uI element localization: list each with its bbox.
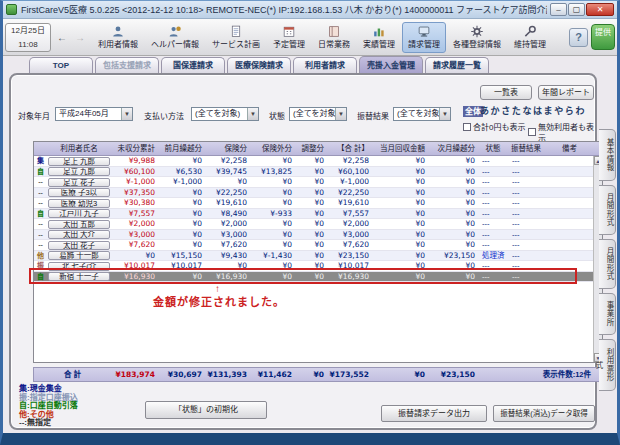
next-cell: ¥0 <box>428 156 478 166</box>
next-cell: ¥0 <box>428 198 478 208</box>
user-name-button[interactable]: 太田 大介 <box>48 230 110 239</box>
show-invalid-checkbox[interactable]: 無効利用者も表示 <box>528 121 595 143</box>
tab-利用者請求[interactable]: 利用者請求 <box>293 57 357 73</box>
table-row[interactable]: --太田 大介¥3,000¥0¥3,000¥0¥0¥3,000¥0¥0-----… <box>34 230 602 241</box>
kana-filter-letter[interactable]: あ <box>480 106 489 117</box>
ins-cell: ¥0 <box>205 177 250 187</box>
list-view-button[interactable]: 一覧表 <box>480 85 532 100</box>
user-name-button[interactable]: 足立 九郎 <box>48 167 110 176</box>
toolbar-button-registration[interactable]: 各種登録情報 <box>447 22 507 53</box>
user-name-cell: 足上 九郎 <box>47 156 111 166</box>
user-name-button[interactable]: 医療 子3以 <box>48 188 110 197</box>
user-name-button[interactable]: 足立 花子 <box>48 178 110 187</box>
prev-cell: ¥-1,000 <box>158 177 205 187</box>
table-row[interactable]: --医療 幼児3¥30,380¥0¥19,610¥0¥0¥19,610¥0¥0-… <box>34 198 602 209</box>
toolbar-button-schedule[interactable]: 予定管理 <box>267 22 311 53</box>
chevron-down-icon[interactable]: ▼ <box>335 108 346 120</box>
back-arrow-button[interactable]: ← <box>54 29 70 45</box>
user-name-button[interactable]: 太田 花子 <box>48 241 110 250</box>
user-name-button[interactable]: 葛飾 十一郎 <box>48 251 110 260</box>
kana-filter-letter[interactable]: か <box>491 106 500 117</box>
payment-filter-label: 支払い方法 <box>144 110 184 121</box>
side-tab-5[interactable]: 利用票形式 <box>599 339 616 391</box>
table-row[interactable]: 集足上 九郎¥9,988¥0¥2,258¥0¥0¥2,258¥0¥0------ <box>34 156 602 167</box>
toolbar-button-label: 各種登録情報 <box>453 38 501 49</box>
payment-badge: 他 <box>34 251 47 261</box>
status-reset-button[interactable]: 「状態」の初期化 <box>145 401 267 419</box>
table-row[interactable]: --太田 花子¥7,620¥0¥7,620¥0¥0¥7,620¥0¥0-----… <box>34 240 602 251</box>
user-name-button[interactable]: 足上 九郎 <box>48 157 110 166</box>
annual-report-button[interactable]: 年間レポート <box>538 85 594 100</box>
minimize-button[interactable]: – <box>550 3 567 16</box>
kana-filter-letter[interactable]: わ <box>575 106 584 117</box>
tab-医療保険請求[interactable]: 医療保険請求 <box>227 57 291 73</box>
tab-TOP[interactable]: TOP <box>29 57 93 73</box>
toolbar-button-helper[interactable]: ヘルパー情報 <box>145 22 205 53</box>
chevron-down-icon[interactable]: ▼ <box>439 108 450 120</box>
column-header: 未収分累計 <box>111 142 158 155</box>
kana-filter-letter[interactable]: ま <box>544 106 553 117</box>
user-name-button[interactable]: 江戸川 九子 <box>48 209 110 218</box>
result-select[interactable]: (全てを対象) ▼ <box>393 107 451 121</box>
table-row[interactable]: 他葛飾 十一郎¥0¥15,150¥9,430¥-1,430¥0¥23,150¥0… <box>34 251 602 262</box>
checkbox-icon[interactable] <box>463 123 471 131</box>
close-button[interactable]: ✕ <box>586 3 614 16</box>
side-tab-3[interactable]: 月間形式 <box>599 239 616 289</box>
collected-cell: ¥0 <box>372 156 428 166</box>
toolbar-button-service-plan[interactable]: サービス計画 <box>206 22 266 53</box>
chevron-down-icon[interactable]: ▼ <box>121 108 132 120</box>
side-tab-4[interactable]: 事業所 <box>599 293 616 335</box>
collected-cell: ¥0 <box>372 209 428 219</box>
kana-filter-letter[interactable]: た <box>512 106 521 117</box>
provide-button[interactable]: 提供 <box>591 24 615 50</box>
user-name-button[interactable]: 医療 幼児3 <box>48 199 110 208</box>
table-row[interactable]: --医療 子3以¥37,350¥0¥22,250¥0¥0¥22,250¥0¥0-… <box>34 188 602 199</box>
transfer-result-import-button[interactable]: 振替結果(消込)データ取得 <box>493 405 595 422</box>
kana-filter-letter[interactable]: は <box>533 106 542 117</box>
column-header: 保険分 <box>205 142 250 155</box>
table-row[interactable]: 自足立 九郎¥60,100¥6,530¥39,745¥13,825¥0¥60,1… <box>34 167 602 178</box>
status-cell: --- <box>478 188 508 198</box>
tab-売掛入金管理[interactable]: 売掛入金管理 <box>359 56 423 73</box>
prev-cell: ¥6,530 <box>158 167 205 177</box>
table-row[interactable]: 自江戸川 九子¥7,557¥0¥8,490¥-933¥0¥7,557¥0¥0--… <box>34 209 602 220</box>
status-select[interactable]: (全てを対象) ▼ <box>289 107 347 121</box>
table-row[interactable]: --足立 花子¥-1,000¥-1,000¥0¥0¥0¥-1,000¥0¥0--… <box>34 177 602 188</box>
note-cell <box>544 167 595 177</box>
user-name-cell: 医療 幼児3 <box>47 198 111 208</box>
toolbar-button-daily-work[interactable]: 日常業務 <box>312 22 356 53</box>
help-icon[interactable]: ? <box>569 28 588 47</box>
toolbar-button-maintenance[interactable]: 維持管理 <box>508 22 552 53</box>
toolbar-button-user[interactable]: 利用者情報 <box>92 22 144 53</box>
table-row[interactable]: --太田 五郎¥2,000¥0¥2,000¥0¥0¥2,000¥0¥0-----… <box>34 219 602 230</box>
kana-filter-letter[interactable]: ら <box>565 106 574 117</box>
helper-icon <box>168 24 182 38</box>
forward-arrow-button[interactable]: → <box>72 29 88 45</box>
chevron-down-icon[interactable]: ▼ <box>247 108 258 120</box>
total-cell: ¥-1,000 <box>327 177 372 187</box>
kana-filter-letter[interactable]: や <box>554 106 563 117</box>
note-cell <box>544 156 595 166</box>
kana-filter-letter[interactable]: な <box>522 106 531 117</box>
unpaid-cell: ¥0 <box>111 251 158 261</box>
toolbar-button-billing[interactable]: 請求管理 <box>402 22 446 53</box>
kana-filter-letter[interactable]: さ <box>501 106 510 117</box>
tab-包括支援請求[interactable]: 包括支援請求 <box>95 57 159 73</box>
toolbar-button-performance[interactable]: 実績管理 <box>357 22 401 53</box>
total-cell: ¥22,250 <box>327 188 372 198</box>
noins-cell: ¥-933 <box>250 209 295 219</box>
tab-請求履歴一覧[interactable]: 請求履歴一覧 <box>425 57 489 73</box>
side-tab-2[interactable]: 月間形式 <box>599 185 616 235</box>
total-cell: ¥19,610 <box>327 198 372 208</box>
show-zero-checkbox[interactable]: 合計0円も表示 <box>463 121 525 132</box>
maximize-button[interactable]: ▢ <box>568 3 585 16</box>
side-tab-1[interactable]: 基本情報 <box>599 129 616 181</box>
checkbox-icon[interactable] <box>528 128 536 136</box>
payment-select[interactable]: (全てを対象) ▼ <box>191 107 259 121</box>
adj-cell: ¥0 <box>295 177 327 187</box>
transfer-export-button[interactable]: 振替請求データ出力 <box>381 405 487 422</box>
user-name-button[interactable]: 太田 五郎 <box>48 220 110 229</box>
month-select[interactable]: 平成24年05月 ▼ <box>55 107 133 121</box>
note-cell <box>544 240 595 250</box>
tab-国保連請求[interactable]: 国保連請求 <box>161 57 225 73</box>
